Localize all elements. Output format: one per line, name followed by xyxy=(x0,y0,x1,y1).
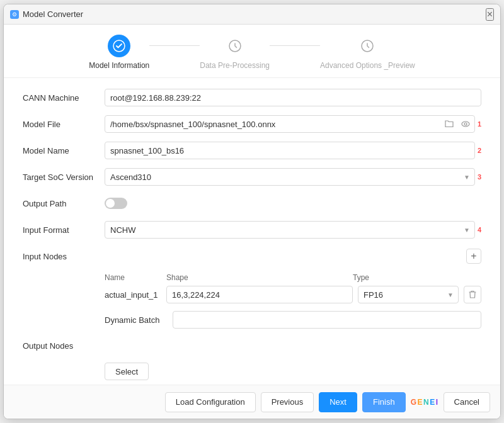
cann-machine-input[interactable] xyxy=(105,89,481,106)
model-file-eye-btn[interactable] xyxy=(460,118,471,130)
step-data-pre-icon xyxy=(224,35,246,57)
delete-node-button[interactable] xyxy=(464,286,481,303)
logo-g: G xyxy=(411,398,417,407)
model-converter-window: ⚙ Model Converter × Model Information xyxy=(3,4,501,419)
titlebar: ⚙ Model Converter × xyxy=(4,4,500,25)
step-advanced-icon xyxy=(356,35,379,57)
target-soc-step-num: 3 xyxy=(478,173,481,181)
window-title: Model Converter xyxy=(23,9,83,19)
target-soc-row: Target SoC Version Ascend310 Ascend310P … xyxy=(23,167,481,186)
model-file-control: 1 xyxy=(105,115,481,133)
titlebar-left: ⚙ Model Converter xyxy=(10,9,83,19)
cann-machine-control xyxy=(105,89,481,106)
next-button[interactable]: Next xyxy=(319,392,357,412)
footer: Load Configuration Previous Next Finish … xyxy=(4,385,500,419)
logo-e1: E xyxy=(417,398,423,407)
svg-point-4 xyxy=(464,123,467,125)
previous-button[interactable]: Previous xyxy=(261,392,314,412)
dynamic-batch-input[interactable] xyxy=(173,311,481,329)
nodes-table: Name Shape Type actual_input_1 FP16 FP32… xyxy=(105,273,481,303)
dynamic-batch-row: Dynamic Batch xyxy=(105,311,481,329)
output-path-control xyxy=(105,198,481,209)
model-name-step-num: 2 xyxy=(478,147,481,154)
target-soc-select-wrapper: Ascend310 Ascend310P Ascend910 ▼ xyxy=(105,168,475,186)
cann-machine-row: CANN Machine xyxy=(23,88,481,107)
input-format-select[interactable]: NCHW NHWC ND xyxy=(105,221,475,239)
target-soc-control: Ascend310 Ascend310P Ascend910 ▼ 3 xyxy=(105,168,481,186)
input-format-control: NCHW NHWC ND ▼ 4 xyxy=(105,221,481,239)
svg-point-3 xyxy=(462,121,469,127)
model-file-input[interactable] xyxy=(105,115,475,133)
output-path-toggle[interactable] xyxy=(105,198,127,209)
table-row: actual_input_1 FP16 FP32 INT8 UINT8 ▼ xyxy=(105,286,481,303)
input-format-row: Input Format NCHW NHWC ND ▼ 4 xyxy=(23,220,481,239)
output-path-row: Output Path xyxy=(23,194,481,213)
dynamic-batch-input-wrapper xyxy=(173,311,481,329)
logo-i: I xyxy=(436,398,438,407)
model-name-label: Model Name xyxy=(23,146,105,155)
output-nodes-label: Output Nodes xyxy=(23,341,105,351)
step-data-pre-label: Data Pre-Processing xyxy=(200,61,270,70)
add-node-button[interactable]: + xyxy=(466,249,481,264)
close-button[interactable]: × xyxy=(486,8,494,21)
model-file-step-num: 1 xyxy=(478,120,481,128)
model-file-input-wrapper xyxy=(105,115,475,133)
nodes-col-shape: Shape xyxy=(166,273,348,282)
node-shape-input[interactable] xyxy=(166,286,353,303)
main-content: CANN Machine Model File xyxy=(4,78,500,385)
logo-n: N xyxy=(423,398,429,407)
nodes-col-name: Name xyxy=(105,273,161,282)
output-path-label: Output Path xyxy=(23,199,105,208)
finish-button[interactable]: Finish xyxy=(362,392,406,412)
step-connector-2 xyxy=(270,45,320,46)
step-model-info-icon xyxy=(108,35,130,57)
step-model-info: Model Information xyxy=(89,35,149,70)
input-nodes-control: + xyxy=(105,249,481,264)
steps-bar: Model Information Data Pre-Processing Ad… xyxy=(4,25,500,78)
dynamic-batch-label: Dynamic Batch xyxy=(105,315,168,325)
input-nodes-label: Input Nodes xyxy=(23,252,105,261)
model-name-input[interactable] xyxy=(105,142,475,159)
app-icon: ⚙ xyxy=(10,10,19,19)
input-format-label: Input Format xyxy=(23,225,105,235)
step-advanced-label: Advanced Options _Preview xyxy=(320,61,415,70)
logo-e2: E xyxy=(430,398,435,407)
input-format-select-wrapper: NCHW NHWC ND ▼ xyxy=(105,221,475,239)
model-file-row: Model File 1 xyxy=(23,115,481,133)
select-button[interactable]: Select xyxy=(105,363,149,380)
step-model-info-label: Model Information xyxy=(89,61,149,70)
nodes-col-type: Type xyxy=(353,273,454,282)
cann-machine-label: CANN Machine xyxy=(23,93,105,103)
nodes-header: Name Shape Type xyxy=(105,273,481,282)
node-shape-wrapper xyxy=(166,286,353,303)
load-config-button[interactable]: Load Configuration xyxy=(165,392,256,412)
output-nodes-row: Output Nodes xyxy=(23,336,481,355)
node-type-select[interactable]: FP16 FP32 INT8 UINT8 xyxy=(358,286,459,303)
node-type-wrapper: FP16 FP32 INT8 UINT8 ▼ xyxy=(358,286,459,303)
model-file-folder-btn[interactable] xyxy=(444,118,455,130)
cancel-button[interactable]: Cancel xyxy=(444,392,490,412)
model-name-control: 2 xyxy=(105,142,481,159)
step-data-pre: Data Pre-Processing xyxy=(200,35,270,70)
input-nodes-row: Input Nodes + xyxy=(23,247,481,266)
target-soc-label: Target SoC Version xyxy=(23,172,105,182)
model-name-row: Model Name 2 xyxy=(23,141,481,160)
step-connector-1 xyxy=(149,45,200,46)
target-soc-select[interactable]: Ascend310 Ascend310P Ascend910 xyxy=(105,168,475,186)
model-file-label: Model File xyxy=(23,120,105,129)
input-format-step-num: 4 xyxy=(478,226,481,234)
node-name-value: actual_input_1 xyxy=(105,290,161,300)
step-advanced: Advanced Options _Preview xyxy=(320,35,415,70)
